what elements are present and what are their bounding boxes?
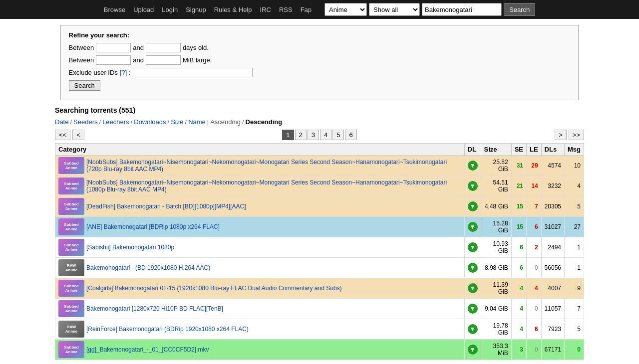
cell-leechers: 4 — [526, 278, 541, 299]
cell-messages: 5 — [564, 319, 584, 340]
cell-downloads: 3232 — [541, 176, 564, 196]
download-button[interactable]: ▼ — [468, 263, 478, 273]
search-button[interactable]: Search — [504, 3, 535, 16]
cell-seeders: 6 — [511, 258, 526, 278]
cell-messages: 7 — [564, 299, 584, 319]
cell-leechers: 6 — [526, 217, 541, 237]
help-link[interactable]: [?] — [120, 69, 127, 76]
cell-category: SubbedAnime[NoobSubs] Bakemonogatari~Nis… — [55, 156, 465, 176]
torrent-title-link[interactable]: [NoobSubs] Bakemonogatari~Nisemonogatari… — [86, 179, 461, 193]
cell-seeders: 15 — [511, 196, 526, 217]
nav-login[interactable]: Login — [162, 6, 178, 13]
torrent-title-link[interactable]: Bakemonogatari [1280x720 Hi10P BD FLAC][… — [86, 305, 223, 312]
page-last[interactable]: >> — [569, 130, 584, 140]
download-button[interactable]: ▼ — [468, 283, 478, 293]
refine-search-button[interactable]: Search — [69, 80, 100, 91]
download-button[interactable]: ▼ — [468, 324, 478, 334]
nav-rules-help[interactable]: Rules & Help — [214, 6, 252, 13]
page-1[interactable]: 1 — [282, 130, 294, 140]
download-button[interactable]: ▼ — [468, 304, 478, 314]
cell-dl: ▼ — [464, 196, 481, 217]
table-row: RAWAnimeBakemonogatari - (BD 1920x1080 H… — [55, 258, 584, 278]
sort-date[interactable]: Date — [55, 118, 68, 126]
torrent-title-link[interactable]: [gg]_Bakemonogatari_-_01_[CC0CF5D2].mkv — [86, 346, 209, 353]
table-row: RAWAnime[ReinForce] Bakemonogatari (BDRi… — [55, 319, 584, 340]
nav-browse[interactable]: Browse — [104, 6, 125, 13]
nav-fap[interactable]: Fap — [301, 6, 312, 13]
cell-leechers: 29 — [526, 156, 541, 176]
cell-size: 15.28 GiB — [481, 217, 511, 237]
download-button[interactable]: ▼ — [468, 242, 478, 252]
cell-messages: 27 — [564, 217, 584, 237]
cell-messages: 1 — [564, 258, 584, 278]
refine-search-box: Refine your search: Between and days old… — [60, 25, 579, 100]
pagination-center: 123456 — [282, 130, 356, 140]
sort-downloads[interactable]: Downloads — [134, 118, 166, 126]
cell-downloads: 4007 — [541, 278, 564, 299]
size-max-input[interactable] — [146, 55, 181, 65]
col-le: LE — [526, 144, 541, 156]
page-next[interactable]: > — [555, 130, 567, 140]
cell-messages: 0 — [564, 340, 584, 360]
sort-seeders[interactable]: Seeders — [73, 118, 97, 126]
cell-seeders: 6 — [511, 237, 526, 258]
table-row: SubbedAnime[ANE] Bakemonogatari [BDRip 1… — [55, 217, 584, 237]
nav-signup[interactable]: Signup — [186, 6, 206, 13]
table-row: SubbedAnime[Sabishii] Bakemonogatari 108… — [55, 237, 584, 258]
results-table: Category DL Size SE LE DLs Msg SubbedAni… — [55, 143, 584, 360]
top-navigation: Browse Upload Login Signup Rules & Help … — [0, 0, 639, 19]
download-button[interactable]: ▼ — [468, 222, 478, 232]
exclude-row: Exclude user IDs [?]: — [69, 68, 571, 77]
table-header-row: Category DL Size SE LE DLs Msg — [55, 144, 584, 156]
torrent-title-link[interactable]: [NoobSubs] Bakemonogatari~Nisemonogatari… — [86, 159, 461, 173]
size-min-input[interactable] — [96, 55, 131, 65]
filter-select[interactable]: Show all Trusted only A+ only — [369, 3, 420, 16]
sort-leechers[interactable]: Leechers — [102, 118, 129, 126]
days-label: days old. — [183, 44, 209, 51]
page-prev[interactable]: < — [72, 130, 84, 140]
col-dl: DL — [464, 144, 481, 156]
download-button[interactable]: ▼ — [468, 161, 478, 171]
search-input[interactable]: Bakemonogatari — [422, 3, 502, 16]
page-3[interactable]: 3 — [308, 130, 319, 140]
cell-messages: 10 — [564, 156, 584, 176]
torrent-title-link[interactable]: [ANE] Bakemonogatari [BDRip 1080p x264 F… — [86, 223, 220, 230]
torrent-title-link[interactable]: [Sabishii] Bakemonogatari 1080p — [86, 244, 174, 251]
cell-downloads: 4574 — [541, 156, 564, 176]
torrent-title-link[interactable]: Bakemonogatari - (BD 1920x1080 H.264 AAC… — [86, 264, 210, 271]
exclude-input[interactable] — [133, 68, 253, 77]
age-max-input[interactable] — [146, 43, 181, 52]
cell-category: SubbedAnime[Coalgirls] Bakemonogatari 01… — [55, 278, 465, 299]
torrent-title-link[interactable]: [ReinForce] Bakemonogatari (BDRip 1920x1… — [86, 326, 249, 333]
download-button[interactable]: ▼ — [468, 201, 478, 211]
nav-irc[interactable]: IRC — [260, 6, 271, 13]
sort-name[interactable]: Name — [188, 118, 206, 126]
torrent-title-link[interactable]: [Coalgirls] Bakemonogatari 01-15 (1920x1… — [86, 285, 342, 292]
category-select[interactable]: Anime Manga Audio Literature Pictures So… — [324, 3, 367, 16]
table-row: SubbedAnime[Coalgirls] Bakemonogatari 01… — [55, 278, 584, 299]
cell-downloads: 2494 — [541, 237, 564, 258]
cell-leechers: 6 — [526, 319, 541, 340]
page-6[interactable]: 6 — [345, 130, 356, 140]
download-button[interactable]: ▼ — [468, 181, 478, 191]
table-row: SubbedAnime[NoobSubs] Bakemonogatari~Nis… — [55, 176, 584, 196]
results-title: Searching torrents (551) — [55, 106, 584, 114]
download-button[interactable]: ▼ — [468, 345, 478, 355]
cell-size: 9.04 GiB — [481, 299, 511, 319]
sort-size[interactable]: Size — [171, 118, 183, 126]
nav-rss[interactable]: RSS — [279, 6, 293, 13]
cell-seeders: 4 — [511, 278, 526, 299]
cell-dl: ▼ — [464, 340, 481, 360]
cell-dl: ▼ — [464, 278, 481, 299]
page-5[interactable]: 5 — [332, 130, 344, 140]
cell-category: RAWAnime[ReinForce] Bakemonogatari (BDRi… — [55, 319, 465, 340]
nav-upload[interactable]: Upload — [133, 6, 154, 13]
age-min-input[interactable] — [96, 43, 131, 52]
page-first[interactable]: << — [55, 130, 70, 140]
cell-category: SubbedAnime[Sabishii] Bakemonogatari 108… — [55, 237, 465, 258]
page-4[interactable]: 4 — [320, 130, 331, 140]
size-filter-row: Between and MiB large. — [69, 55, 571, 65]
page-2[interactable]: 2 — [295, 130, 307, 140]
refine-title: Refine your search: — [69, 31, 571, 39]
torrent-title-link[interactable]: [DeadFish] Bakemonogatari - Batch [BD][1… — [86, 203, 246, 210]
